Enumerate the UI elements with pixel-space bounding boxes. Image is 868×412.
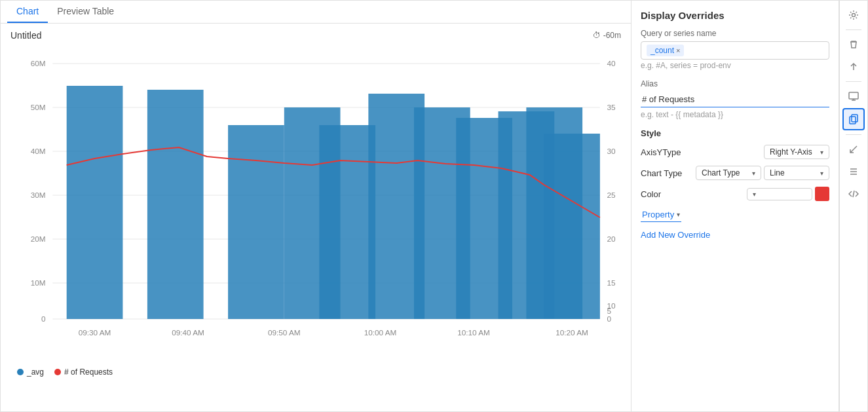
svg-text:10:20 AM: 10:20 AM — [556, 329, 588, 337]
svg-text:25: 25 — [607, 191, 616, 199]
chevron-down-icon-4: ▾ — [753, 191, 756, 198]
svg-text:09:50 AM: 09:50 AM — [268, 329, 301, 337]
query-section: Query or series name _count × e.g. #A, s… — [641, 29, 829, 71]
chart-header: Untitled ⏱ -60m — [10, 30, 621, 41]
tabs-bar: Chart Preview Table — [1, 1, 631, 24]
chart-svg: 60M 50M 40M 30M 20M 10M 0 40 35 30 25 20… — [10, 44, 621, 365]
copy-icon-btn[interactable] — [842, 108, 865, 130]
diagonal-icon-btn[interactable] — [843, 139, 864, 160]
alias-input[interactable] — [641, 92, 829, 107]
alias-placeholder: e.g. text - {{ metadata }} — [641, 109, 829, 121]
legend-label-requests: # of Requests — [64, 367, 113, 377]
chart-title: Untitled — [10, 30, 41, 41]
alias-label: Alias — [641, 79, 829, 88]
svg-text:20M: 20M — [31, 235, 46, 243]
svg-text:10M: 10M — [31, 279, 46, 287]
svg-text:40M: 40M — [31, 147, 46, 155]
tab-chart[interactable]: Chart — [7, 1, 48, 23]
svg-rect-27 — [319, 125, 375, 319]
color-key: Color — [641, 189, 747, 199]
divider-2 — [846, 81, 861, 82]
svg-text:20: 20 — [607, 235, 616, 243]
svg-text:50M: 50M — [31, 103, 46, 111]
svg-rect-42 — [852, 115, 858, 122]
chart-legend: _avg # of Requests — [10, 367, 621, 377]
right-panel: Display Overrides Query or series name _… — [632, 1, 867, 411]
up-arrow-icon-btn[interactable] — [843, 56, 864, 77]
query-tag-input[interactable]: _count × — [641, 41, 829, 60]
axis-y-type-row: AxisYType Right Y-Axis ▾ — [641, 145, 829, 159]
svg-rect-43 — [850, 117, 856, 124]
legend-dot-requests — [54, 369, 61, 375]
chevron-down-icon-2: ▾ — [752, 170, 755, 177]
chart-type-value-dropdown[interactable]: Line ▾ — [764, 166, 829, 180]
panel-title: Display Overrides — [641, 10, 829, 21]
divider-3 — [846, 134, 861, 135]
tag-remove-btn[interactable]: × — [676, 47, 680, 54]
divider-1 — [846, 29, 861, 30]
svg-rect-23 — [67, 86, 123, 319]
query-tag: _count × — [647, 45, 684, 56]
query-placeholder: e.g. #A, series = prod-env — [641, 60, 829, 71]
svg-rect-25 — [228, 125, 284, 319]
chart-type-key: Chart Type — [641, 168, 696, 178]
svg-text:0: 0 — [41, 315, 46, 323]
svg-text:0: 0 — [607, 315, 612, 323]
code-icon-btn[interactable] — [843, 183, 864, 204]
list-icon-btn[interactable] — [843, 161, 864, 182]
legend-item-requests: # of Requests — [54, 367, 113, 377]
query-label: Query or series name — [641, 29, 829, 38]
monitor-icon-btn[interactable] — [843, 86, 864, 107]
add-override-btn[interactable]: Add New Override — [641, 230, 829, 240]
svg-rect-41 — [849, 92, 858, 99]
clock-icon: ⏱ — [593, 31, 601, 40]
svg-rect-24 — [147, 90, 204, 319]
alias-section: Alias e.g. text - {{ metadata }} — [641, 79, 829, 121]
chevron-down-icon-5: ▾ — [677, 211, 680, 218]
settings-icon-btn[interactable] — [843, 5, 864, 26]
chart-time-range: ⏱ -60m — [593, 31, 621, 40]
color-dropdown[interactable]: ▾ — [747, 188, 812, 200]
axis-y-type-key: AxisYType — [641, 147, 764, 157]
svg-rect-33 — [544, 134, 600, 319]
chart-type-row: Chart Type Chart Type ▾ Line ▾ — [641, 166, 829, 180]
axis-y-type-dropdown[interactable]: Right Y-Axis ▾ — [764, 145, 829, 159]
property-row: Property ▾ — [641, 208, 829, 222]
chart-area: Chart Preview Table Untitled ⏱ -60m — [1, 1, 632, 411]
svg-text:30M: 30M — [31, 191, 46, 199]
property-dropdown[interactable]: Property ▾ — [641, 208, 681, 222]
svg-text:09:40 AM: 09:40 AM — [172, 329, 204, 337]
chevron-down-icon-3: ▾ — [820, 170, 823, 177]
style-section: Style AxisYType Right Y-Axis ▾ Chart Typ… — [641, 128, 829, 222]
trash-icon-btn[interactable] — [843, 34, 864, 55]
chart-content: Untitled ⏱ -60m 60M — [1, 24, 631, 411]
chart-wrapper: 60M 50M 40M 30M 20M 10M 0 40 35 30 25 20… — [10, 44, 621, 365]
svg-text:60M: 60M — [31, 60, 46, 67]
svg-text:35: 35 — [607, 103, 616, 111]
style-label: Style — [641, 128, 829, 138]
legend-item-avg: _avg — [17, 367, 44, 377]
display-overrides-panel: Display Overrides Query or series name _… — [632, 1, 839, 411]
svg-text:10:10 AM: 10:10 AM — [457, 329, 490, 337]
main-container: Chart Preview Table Untitled ⏱ -60m — [0, 0, 868, 412]
svg-text:40: 40 — [607, 60, 616, 67]
svg-text:15: 15 — [607, 279, 616, 287]
svg-text:10:00 AM: 10:00 AM — [364, 329, 397, 337]
color-swatch[interactable] — [815, 187, 829, 201]
svg-text:30: 30 — [607, 147, 616, 155]
svg-text:5: 5 — [607, 307, 612, 315]
chevron-down-icon: ▾ — [820, 149, 823, 156]
svg-text:09:30 AM: 09:30 AM — [79, 329, 111, 337]
icon-panel — [839, 1, 867, 411]
svg-point-40 — [852, 14, 856, 17]
tab-preview-table[interactable]: Preview Table — [48, 1, 123, 23]
chart-type-key-dropdown[interactable]: Chart Type ▾ — [696, 166, 761, 180]
color-row: Color ▾ — [641, 187, 829, 201]
legend-label-avg: _avg — [27, 367, 44, 377]
legend-dot-avg — [17, 369, 24, 375]
